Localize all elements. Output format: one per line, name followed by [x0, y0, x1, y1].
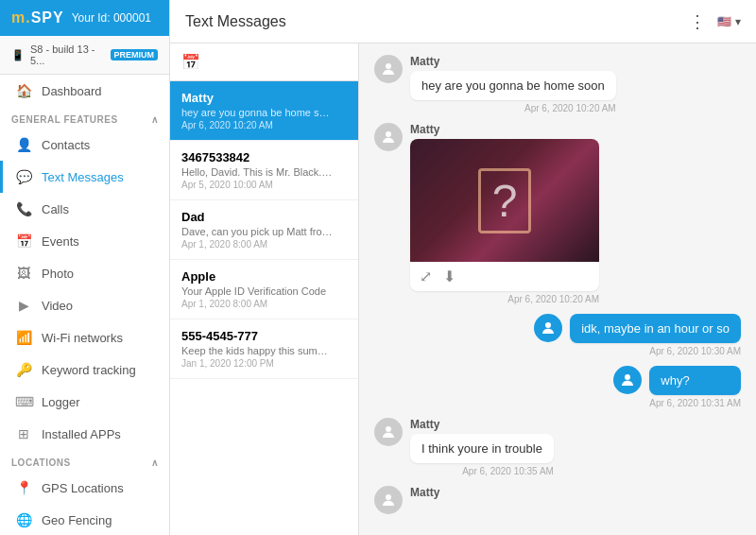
sidebar-item-logger[interactable]: ⌨ Logger	[0, 386, 169, 418]
sidebar-header: m.SPY Your Id: 000001	[0, 0, 169, 36]
user-id: Your Id: 000001	[72, 11, 151, 25]
bubble-sender-0: Matty	[410, 55, 616, 68]
sidebar-item-contacts[interactable]: 👤 Contacts	[0, 129, 169, 161]
sidebar: m.SPY Your Id: 000001 📱 S8 - build 13 - …	[0, 0, 170, 535]
logger-icon: ⌨	[15, 394, 32, 409]
download-icon[interactable]: ⬇	[443, 268, 455, 285]
installed-apps-label: Installed APPs	[42, 427, 121, 441]
device-label: S8 - build 13 - 5...	[30, 43, 105, 66]
collapse-icon[interactable]: ∧	[151, 114, 159, 125]
chat-bubble-row-1: Matty ? ⤢ ⬇ Apr 6, 2020 10:20 AM	[374, 123, 741, 304]
bubble-time-4: Apr 6, 2020 10:35 AM	[410, 466, 554, 476]
sidebar-item-photo[interactable]: 🖼 Photo	[0, 257, 169, 289]
msg-time-4: Jan 1, 2020 12:00 PM	[181, 358, 347, 369]
avatar-3	[613, 366, 642, 394]
bubble-content-3: why? Apr 6, 2020 10:31 AM	[649, 366, 741, 408]
calls-label: Calls	[42, 202, 69, 216]
message-item-3[interactable]: Apple Your Apple ID Verification Code Ap…	[170, 260, 358, 319]
bubble-content-1: Matty ? ⤢ ⬇ Apr 6, 2020 10:20 AM	[410, 123, 599, 304]
svg-point-2	[545, 322, 551, 328]
bubble-2: idk, maybe in an hour or so	[570, 314, 741, 343]
dashboard-label: Dashboard	[42, 84, 102, 98]
msg-time-3: Apr 1, 2020 8:00 AM	[181, 299, 347, 309]
keyword-icon: 🔑	[15, 362, 32, 377]
contacts-label: Contacts	[42, 138, 90, 152]
gps-label: GPS Locations	[42, 481, 124, 495]
chevron-down-icon: ▾	[735, 15, 741, 28]
video-icon: ▶	[15, 298, 32, 313]
sidebar-item-video[interactable]: ▶ Video	[0, 289, 169, 321]
page-title: Text Messages	[185, 13, 286, 30]
svg-point-5	[386, 494, 391, 500]
svg-point-1	[386, 131, 391, 137]
msg-sender-3: Apple	[181, 269, 347, 284]
premium-badge: PREMIUM	[111, 49, 159, 60]
msg-sender-0: Matty	[181, 91, 347, 105]
chat-bubble-row-3: why? Apr 6, 2020 10:31 AM	[374, 366, 741, 408]
device-icon: 📱	[11, 49, 25, 61]
message-item-0[interactable]: Matty hey are you gonna be home soon Apr…	[170, 81, 358, 141]
bubble-sender-5: Matty	[410, 486, 439, 499]
wifi-icon: 📶	[15, 330, 32, 345]
contacts-icon: 👤	[15, 137, 32, 152]
more-options-icon[interactable]: ⋮	[689, 11, 706, 32]
locations-section-label: LOCATIONS	[11, 457, 71, 468]
msg-preview-1: Hello, David. This is Mr. Black. I've no…	[181, 166, 333, 178]
bubble-time-2: Apr 6, 2020 10:30 AM	[570, 346, 741, 356]
bubble-time-3: Apr 6, 2020 10:31 AM	[649, 398, 741, 408]
language-selector[interactable]: 🇺🇸 ▾	[717, 15, 741, 28]
message-item-2[interactable]: Dad Dave, can you pick up Matt from scho…	[170, 200, 358, 260]
sidebar-item-dashboard[interactable]: 🏠 Dashboard	[0, 75, 169, 107]
locations-collapse-icon[interactable]: ∧	[151, 457, 159, 468]
expand-icon[interactable]: ⤢	[420, 268, 432, 285]
main-content: Text Messages ⋮ 🇺🇸 ▾ 📅 Matty hey are you…	[170, 0, 756, 535]
general-features-section: GENERAL FEATURES ∧	[0, 107, 169, 129]
message-item-1[interactable]: 3467533842 Hello, David. This is Mr. Bla…	[170, 141, 358, 200]
calls-icon: 📞	[15, 201, 32, 216]
bubble-sender-4: Matty	[410, 418, 554, 431]
bubble-sender-1: Matty	[410, 123, 599, 136]
messages-icon: 💬	[15, 169, 32, 184]
sidebar-item-keyword-tracking[interactable]: 🔑 Keyword tracking	[0, 354, 169, 386]
photo-icon: 🖼	[15, 266, 32, 281]
message-item-4[interactable]: 555-4545-777 Keep the kids happy this su…	[170, 319, 358, 379]
sidebar-item-gps[interactable]: 📍 GPS Locations	[0, 472, 169, 504]
chat-bubble-row-2: idk, maybe in an hour or so Apr 6, 2020 …	[374, 314, 741, 356]
avatar-2	[534, 314, 562, 342]
chat-bubble-row-5: Matty	[374, 486, 741, 514]
sidebar-item-geofencing[interactable]: 🌐 Geo Fencing	[0, 504, 169, 535]
msg-time-0: Apr 6, 2020 10:20 AM	[181, 120, 347, 130]
video-label: Video	[42, 299, 73, 313]
sidebar-item-wifi[interactable]: 📶 Wi-Fi networks	[0, 321, 169, 354]
app-logo: m.SPY	[11, 9, 64, 26]
general-section-label: GENERAL FEATURES	[11, 114, 118, 125]
keyword-label: Keyword tracking	[42, 363, 136, 377]
calendar-icon: 📅	[181, 54, 200, 70]
device-info[interactable]: 📱 S8 - build 13 - 5... PREMIUM	[0, 36, 169, 75]
topbar-right: ⋮ 🇺🇸 ▾	[689, 11, 741, 32]
avatar-5	[374, 486, 403, 514]
image-placeholder: ?	[410, 139, 599, 262]
msg-sender-2: Dad	[181, 210, 347, 224]
message-list: 📅 Matty hey are you gonna be home soon A…	[170, 43, 359, 535]
sidebar-item-installed-apps[interactable]: ⊞ Installed APPs	[0, 418, 169, 450]
content-area: 📅 Matty hey are you gonna be home soon A…	[170, 43, 756, 535]
svg-point-0	[386, 63, 391, 69]
msg-sender-4: 555-4545-777	[181, 329, 347, 343]
logger-label: Logger	[42, 395, 79, 409]
msg-preview-4: Keep the kids happy this summer with ...	[181, 345, 333, 356]
locations-section: LOCATIONS ∧	[0, 450, 169, 472]
msg-time-2: Apr 1, 2020 8:00 AM	[181, 239, 347, 250]
avatar-0	[374, 55, 403, 83]
msg-preview-0: hey are you gonna be home soon	[181, 107, 333, 118]
chat-bubble-row-4: Matty I think youre in trouble Apr 6, 20…	[374, 418, 741, 476]
msg-preview-2: Dave, can you pick up Matt from schoo...	[181, 226, 333, 237]
gps-icon: 📍	[15, 480, 32, 495]
photo-label: Photo	[42, 267, 74, 281]
sidebar-item-text-messages[interactable]: 💬 Text Messages	[0, 161, 169, 193]
sidebar-item-events[interactable]: 📅 Events	[0, 225, 169, 257]
bubble-0: hey are you gonna be home soon	[410, 71, 616, 100]
bubble-3: why?	[649, 366, 741, 395]
msg-list-header: 📅	[170, 43, 358, 81]
sidebar-item-calls[interactable]: 📞 Calls	[0, 193, 169, 225]
